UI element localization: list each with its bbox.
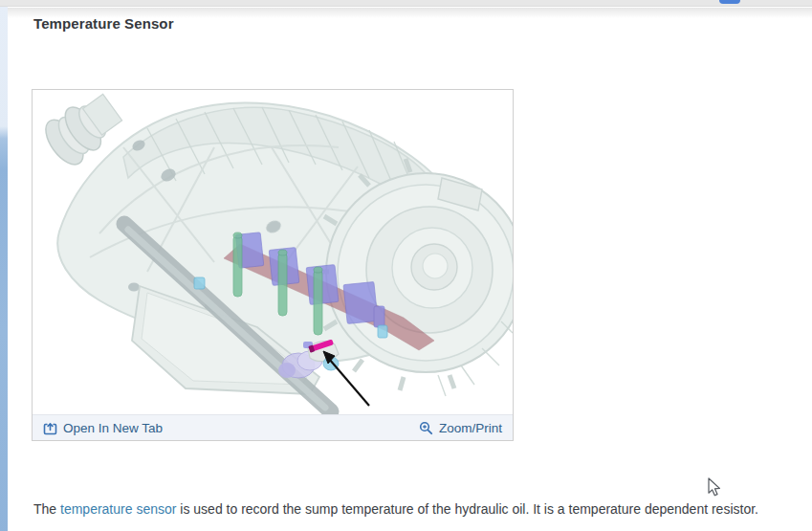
left-sidebar-edge[interactable] (0, 7, 8, 531)
paragraph-text-pre: The (33, 501, 60, 517)
top-toolbar-edge (0, 0, 812, 7)
zoom-print-link[interactable]: Zoom/Print (419, 421, 502, 435)
transmission-cutaway-svg (33, 90, 513, 414)
open-in-new-tab-icon (43, 421, 57, 435)
documentation-page: { "header": { "heading": "Temperature Se… (0, 0, 812, 531)
clipped-blue-toolbar-icon[interactable] (719, 0, 740, 4)
page-title: Temperature Sensor (33, 15, 174, 32)
open-in-new-tab-label: Open In New Tab (63, 421, 163, 435)
mouse-arrow-cursor (708, 477, 723, 498)
figure-toolbar: Open In New Tab Zoom/Print (33, 414, 513, 440)
transmission-illustration[interactable] (33, 90, 513, 414)
figure-panel: Open In New Tab Zoom/Print (32, 89, 514, 441)
open-in-new-tab-link[interactable]: Open In New Tab (43, 421, 163, 435)
zoom-print-label: Zoom/Print (439, 421, 502, 435)
paragraph-text-post: is used to record the sump temperature o… (176, 501, 758, 517)
zoom-magnifier-plus-icon (419, 421, 433, 435)
temperature-sensor-link[interactable]: temperature sensor (60, 501, 176, 517)
description-paragraph: The temperature sensor is used to record… (33, 499, 799, 519)
